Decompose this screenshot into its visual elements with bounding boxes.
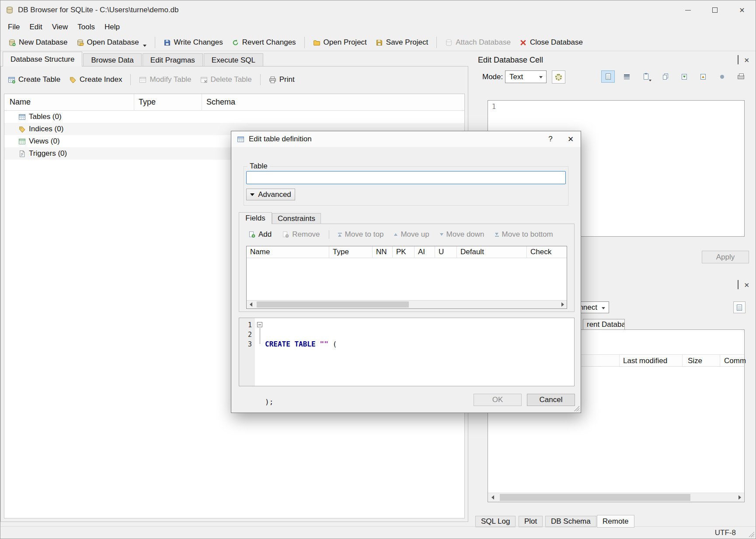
revert-changes-button[interactable]: Revert Changes (227, 36, 300, 49)
cell-word-wrap-button[interactable] (620, 70, 634, 83)
tab-db-schema[interactable]: DB Schema (545, 516, 596, 527)
scroll-left-button[interactable] (488, 493, 497, 502)
tab-constraints[interactable]: Constraints (272, 213, 321, 224)
dialog-resize-grip[interactable] (574, 406, 579, 411)
scroll-left-button[interactable] (247, 301, 255, 308)
remote-panel-button[interactable] (733, 301, 746, 313)
tab-fields[interactable]: Fields (239, 212, 272, 224)
apply-button: Apply (702, 251, 749, 263)
print-button[interactable]: Print (265, 73, 299, 86)
print-label: Print (279, 75, 295, 84)
sql-preview: 1 2 3 CREATE TABLE""( ); (239, 318, 575, 386)
toolbar-separator (155, 37, 155, 48)
dialog-help-button[interactable]: ? (540, 131, 561, 147)
dialog-close-button[interactable]: ✕ (561, 131, 581, 147)
tab-edit-pragmas[interactable]: Edit Pragmas (143, 53, 203, 66)
scroll-right-button[interactable] (558, 301, 567, 308)
menu-help[interactable]: Help (100, 21, 125, 34)
column-header-default[interactable]: Default (457, 246, 527, 258)
cell-editor-line-number: 1 (492, 103, 496, 111)
scrollbar-thumb[interactable] (500, 494, 690, 501)
cell-settings-button[interactable] (552, 70, 565, 84)
advanced-label: Advanced (258, 190, 291, 199)
cell-paste-button[interactable] (639, 70, 653, 83)
tab-remote[interactable]: Remote (597, 515, 634, 528)
chevron-down-icon (649, 80, 651, 81)
attach-database-icon (445, 39, 453, 46)
tables-icon (18, 113, 26, 121)
encoding-indicator[interactable]: UTF-8 (715, 528, 736, 537)
open-database-button[interactable]: Open Database (72, 36, 151, 49)
dock-float-button[interactable] (738, 56, 739, 64)
menu-tools[interactable]: Tools (73, 21, 100, 34)
dock-close-button[interactable]: ✕ (744, 57, 749, 63)
table-name-input[interactable] (246, 171, 566, 184)
cell-null-button[interactable] (715, 70, 729, 83)
export-icon (700, 74, 706, 80)
column-header-type[interactable]: Type (329, 246, 373, 258)
tab-sql-log[interactable]: SQL Log (475, 516, 516, 527)
fold-marker-icon[interactable] (257, 322, 262, 327)
column-header-type[interactable]: Type (134, 94, 202, 110)
tab-execute-sql[interactable]: Execute SQL (204, 53, 263, 66)
modify-table-icon (139, 76, 146, 84)
sql-line-numbers: 1 2 3 (239, 318, 255, 386)
copy-icon (663, 75, 667, 80)
open-project-button[interactable]: Open Project (309, 36, 371, 49)
close-database-button[interactable]: Close Database (515, 36, 587, 49)
column-header-nn[interactable]: NN (373, 246, 393, 258)
cell-import-button[interactable] (677, 70, 691, 83)
menu-view[interactable]: View (47, 21, 73, 34)
column-header-pk[interactable]: PK (393, 246, 415, 258)
cell-print-button[interactable] (734, 70, 748, 83)
ok-label: OK (492, 396, 503, 404)
minimize-button[interactable] (674, 0, 701, 20)
cell-copy-button[interactable] (658, 70, 672, 83)
dock-float-button[interactable] (738, 280, 739, 289)
open-database-dropdown-arrow[interactable] (143, 45, 146, 47)
tree-row-tables[interactable]: Tables (0) (4, 111, 464, 123)
toolbar-separator (130, 74, 131, 85)
column-header-schema[interactable]: Schema (202, 94, 464, 110)
column-header-commit[interactable]: Comm (724, 357, 746, 365)
move-to-bottom-button: Move to bottom (491, 228, 557, 241)
column-header-check[interactable]: Check (527, 246, 567, 258)
sql-preview-code: CREATE TABLE""( ); (265, 320, 337, 426)
tab-current-database[interactable]: rent Database (583, 319, 625, 329)
column-header-name[interactable]: Name (247, 246, 329, 258)
delete-table-label: Delete Table (211, 75, 252, 84)
maximize-button[interactable] (701, 0, 728, 20)
column-header-size[interactable]: Size (688, 357, 702, 365)
mode-combobox[interactable]: Text (505, 70, 547, 83)
fields-tab-pane: Add Remove Move to top Move up Move (239, 224, 575, 312)
dialog-titlebar: Edit table definition (231, 131, 581, 147)
close-icon: ✕ (739, 6, 745, 14)
menu-file[interactable]: File (3, 21, 24, 34)
menu-edit[interactable]: Edit (24, 21, 47, 34)
write-changes-button[interactable]: Write Changes (159, 36, 227, 49)
dock-close-button[interactable]: ✕ (744, 282, 749, 288)
advanced-button[interactable]: Advanced (246, 189, 295, 200)
tab-plot[interactable]: Plot (519, 516, 543, 527)
column-header-u[interactable]: U (435, 246, 457, 258)
tab-browse-data[interactable]: Browse Data (83, 53, 141, 66)
scrollbar-thumb[interactable] (257, 301, 409, 308)
column-header-name[interactable]: Name (4, 94, 134, 110)
attach-database-button: Attach Database (441, 36, 515, 49)
tab-current-database-label: rent Database (587, 320, 625, 329)
close-window-button[interactable]: ✕ (728, 0, 756, 20)
save-project-button[interactable]: Save Project (371, 36, 432, 49)
new-database-button[interactable]: New Database (4, 36, 72, 49)
column-header-ai[interactable]: AI (415, 246, 435, 258)
cell-export-button[interactable] (696, 70, 710, 83)
cancel-button[interactable]: Cancel (527, 394, 575, 406)
create-index-button[interactable]: Create Index (65, 73, 126, 86)
sql-line-3: ); (265, 397, 337, 407)
tab-database-structure[interactable]: Database Structure (3, 52, 82, 66)
cell-text-view-button[interactable] (601, 70, 615, 83)
column-header-last-modified[interactable]: Last modified (623, 357, 667, 365)
create-table-button[interactable]: Create Table (3, 73, 65, 86)
scroll-right-button[interactable] (735, 493, 744, 502)
add-field-button[interactable]: Add (244, 228, 275, 241)
window-resize-grip[interactable] (749, 532, 754, 537)
